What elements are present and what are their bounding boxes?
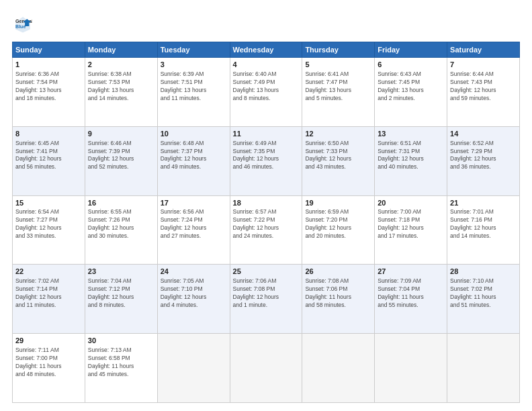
- calendar-cell: 2Sunrise: 6:38 AM Sunset: 7:53 PM Daylig…: [85, 58, 157, 127]
- calendar-cell: 14Sunrise: 6:52 AM Sunset: 7:29 PM Dayli…: [447, 126, 520, 195]
- day-info: Sunrise: 7:10 AM Sunset: 7:02 PM Dayligh…: [450, 277, 517, 310]
- day-info: Sunrise: 7:11 AM Sunset: 7:00 PM Dayligh…: [15, 347, 82, 379]
- calendar-cell: 10Sunrise: 6:48 AM Sunset: 7:37 PM Dayli…: [157, 126, 230, 195]
- day-info: Sunrise: 6:52 AM Sunset: 7:29 PM Dayligh…: [450, 140, 517, 172]
- calendar-cell: 28Sunrise: 7:10 AM Sunset: 7:02 PM Dayli…: [447, 265, 520, 334]
- calendar-cell: 24Sunrise: 7:05 AM Sunset: 7:10 PM Dayli…: [157, 265, 230, 334]
- day-info: Sunrise: 6:56 AM Sunset: 7:24 PM Dayligh…: [161, 208, 227, 240]
- day-info: Sunrise: 6:40 AM Sunset: 7:49 PM Dayligh…: [233, 71, 300, 103]
- calendar-cell: 27Sunrise: 7:09 AM Sunset: 7:04 PM Dayli…: [375, 265, 447, 334]
- day-number: 26: [305, 267, 371, 277]
- day-number: 5: [305, 60, 371, 70]
- calendar-cell: 21Sunrise: 7:01 AM Sunset: 7:16 PM Dayli…: [447, 195, 520, 265]
- day-number: 21: [450, 198, 517, 208]
- day-number: 12: [305, 129, 371, 139]
- header-cell-saturday: Saturday: [447, 42, 520, 58]
- day-number: 23: [88, 267, 154, 277]
- calendar-header-row: SundayMondayTuesdayWednesdayThursdayFrid…: [13, 42, 520, 58]
- calendar-cell: 4Sunrise: 6:40 AM Sunset: 7:49 PM Daylig…: [230, 58, 302, 127]
- svg-text:General: General: [15, 19, 32, 24]
- calendar-cell: 15Sunrise: 6:54 AM Sunset: 7:27 PM Dayli…: [13, 195, 85, 265]
- calendar-cell: 8Sunrise: 6:45 AM Sunset: 7:41 PM Daylig…: [13, 126, 85, 195]
- day-number: 18: [233, 198, 300, 208]
- day-number: 11: [233, 129, 300, 139]
- day-info: Sunrise: 6:44 AM Sunset: 7:43 PM Dayligh…: [450, 71, 517, 103]
- day-info: Sunrise: 7:00 AM Sunset: 7:18 PM Dayligh…: [378, 208, 444, 240]
- day-info: Sunrise: 6:51 AM Sunset: 7:31 PM Dayligh…: [378, 140, 444, 172]
- day-info: Sunrise: 7:01 AM Sunset: 7:16 PM Dayligh…: [450, 208, 517, 240]
- day-info: Sunrise: 6:49 AM Sunset: 7:35 PM Dayligh…: [233, 140, 300, 172]
- header-cell-tuesday: Tuesday: [157, 42, 230, 58]
- day-info: Sunrise: 6:55 AM Sunset: 7:26 PM Dayligh…: [88, 208, 154, 240]
- day-number: 14: [450, 129, 517, 139]
- day-number: 29: [15, 336, 82, 346]
- calendar-cell: 6Sunrise: 6:43 AM Sunset: 7:45 PM Daylig…: [375, 58, 447, 127]
- header-cell-monday: Monday: [85, 42, 157, 58]
- calendar-cell: 19Sunrise: 6:59 AM Sunset: 7:20 PM Dayli…: [302, 195, 375, 265]
- day-info: Sunrise: 7:09 AM Sunset: 7:04 PM Dayligh…: [378, 277, 444, 310]
- calendar-cell: [230, 334, 302, 403]
- day-number: 16: [88, 198, 154, 208]
- calendar-cell: 20Sunrise: 7:00 AM Sunset: 7:18 PM Dayli…: [375, 195, 447, 265]
- day-number: 2: [88, 60, 154, 70]
- calendar-cell: 12Sunrise: 6:50 AM Sunset: 7:33 PM Dayli…: [302, 126, 375, 195]
- day-number: 8: [15, 129, 82, 139]
- calendar-cell: 26Sunrise: 7:08 AM Sunset: 7:06 PM Dayli…: [302, 265, 375, 334]
- calendar-cell: 23Sunrise: 7:04 AM Sunset: 7:12 PM Dayli…: [85, 265, 157, 334]
- day-number: 7: [450, 60, 517, 70]
- calendar-week-row: 29Sunrise: 7:11 AM Sunset: 7:00 PM Dayli…: [13, 334, 520, 403]
- calendar-cell: 16Sunrise: 6:55 AM Sunset: 7:26 PM Dayli…: [85, 195, 157, 265]
- calendar-cell: 18Sunrise: 6:57 AM Sunset: 7:22 PM Dayli…: [230, 195, 302, 265]
- calendar-cell: [157, 334, 230, 403]
- day-number: 25: [233, 267, 300, 277]
- day-info: Sunrise: 6:41 AM Sunset: 7:47 PM Dayligh…: [305, 71, 371, 103]
- day-number: 10: [161, 129, 227, 139]
- calendar-cell: 5Sunrise: 6:41 AM Sunset: 7:47 PM Daylig…: [302, 58, 375, 127]
- svg-text:Blue: Blue: [15, 24, 26, 29]
- day-number: 27: [378, 267, 444, 277]
- calendar-cell: 1Sunrise: 6:36 AM Sunset: 7:54 PM Daylig…: [13, 58, 85, 127]
- logo-icon: General Blue: [13, 15, 32, 34]
- day-number: 24: [161, 267, 227, 277]
- header-cell-sunday: Sunday: [13, 42, 85, 58]
- day-info: Sunrise: 6:59 AM Sunset: 7:20 PM Dayligh…: [305, 208, 371, 240]
- calendar-cell: 11Sunrise: 6:49 AM Sunset: 7:35 PM Dayli…: [230, 126, 302, 195]
- day-number: 4: [233, 60, 300, 70]
- header-cell-wednesday: Wednesday: [230, 42, 302, 58]
- day-number: 9: [88, 129, 154, 139]
- day-info: Sunrise: 7:06 AM Sunset: 7:08 PM Dayligh…: [233, 277, 300, 310]
- day-info: Sunrise: 6:54 AM Sunset: 7:27 PM Dayligh…: [15, 208, 82, 240]
- calendar-cell: 13Sunrise: 6:51 AM Sunset: 7:31 PM Dayli…: [375, 126, 447, 195]
- day-number: 15: [15, 198, 82, 208]
- page: General Blue SundayMondayTuesdayWednesda…: [0, 0, 532, 411]
- header: General Blue: [12, 12, 520, 36]
- day-number: 28: [450, 267, 517, 277]
- calendar-cell: [375, 334, 447, 403]
- calendar-cell: 25Sunrise: 7:06 AM Sunset: 7:08 PM Dayli…: [230, 265, 302, 334]
- day-info: Sunrise: 6:36 AM Sunset: 7:54 PM Dayligh…: [15, 71, 82, 103]
- calendar-week-row: 8Sunrise: 6:45 AM Sunset: 7:41 PM Daylig…: [13, 126, 520, 195]
- calendar-cell: 22Sunrise: 7:02 AM Sunset: 7:14 PM Dayli…: [13, 265, 85, 334]
- day-info: Sunrise: 6:43 AM Sunset: 7:45 PM Dayligh…: [378, 71, 444, 103]
- calendar-week-row: 1Sunrise: 6:36 AM Sunset: 7:54 PM Daylig…: [13, 58, 520, 127]
- day-number: 6: [378, 60, 444, 70]
- day-info: Sunrise: 6:50 AM Sunset: 7:33 PM Dayligh…: [305, 140, 371, 172]
- calendar-table: SundayMondayTuesdayWednesdayThursdayFrid…: [12, 42, 520, 403]
- header-cell-friday: Friday: [375, 42, 447, 58]
- day-info: Sunrise: 6:45 AM Sunset: 7:41 PM Dayligh…: [15, 140, 82, 172]
- calendar-week-row: 15Sunrise: 6:54 AM Sunset: 7:27 PM Dayli…: [13, 195, 520, 265]
- day-info: Sunrise: 6:48 AM Sunset: 7:37 PM Dayligh…: [161, 140, 227, 172]
- day-info: Sunrise: 7:05 AM Sunset: 7:10 PM Dayligh…: [161, 277, 227, 310]
- day-info: Sunrise: 6:38 AM Sunset: 7:53 PM Dayligh…: [88, 71, 154, 103]
- calendar-cell: 9Sunrise: 6:46 AM Sunset: 7:39 PM Daylig…: [85, 126, 157, 195]
- calendar-cell: 17Sunrise: 6:56 AM Sunset: 7:24 PM Dayli…: [157, 195, 230, 265]
- day-number: 20: [378, 198, 444, 208]
- calendar-week-row: 22Sunrise: 7:02 AM Sunset: 7:14 PM Dayli…: [13, 265, 520, 334]
- day-number: 22: [15, 267, 82, 277]
- day-number: 3: [161, 60, 227, 70]
- day-info: Sunrise: 7:04 AM Sunset: 7:12 PM Dayligh…: [88, 277, 154, 310]
- day-info: Sunrise: 7:02 AM Sunset: 7:14 PM Dayligh…: [15, 277, 82, 310]
- header-cell-thursday: Thursday: [302, 42, 375, 58]
- calendar-cell: 3Sunrise: 6:39 AM Sunset: 7:51 PM Daylig…: [157, 58, 230, 127]
- calendar-cell: 30Sunrise: 7:13 AM Sunset: 6:58 PM Dayli…: [85, 334, 157, 403]
